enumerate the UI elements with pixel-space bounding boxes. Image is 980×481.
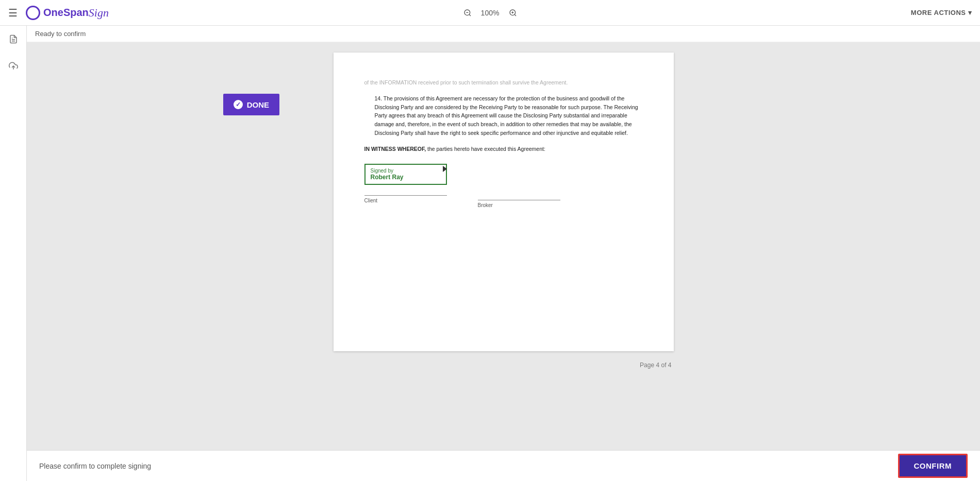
sidebar-upload-icon[interactable]	[5, 58, 22, 74]
done-button-label: DONE	[247, 100, 269, 109]
broker-signature-underline	[478, 200, 560, 200]
signature-area: Signed by Robert Ray Client Broker	[364, 164, 643, 208]
paragraph-14: 14. The provisions of this Agreement are…	[375, 94, 643, 138]
witness-heading: IN WITNESS WHEREOF, the parties hereto h…	[364, 145, 643, 153]
client-label: Client	[364, 198, 447, 203]
document-page: of the INFORMATION received prior to suc…	[334, 53, 674, 351]
cursor-icon	[443, 166, 447, 172]
left-sidebar	[0, 26, 27, 481]
page-number: Page 4 of 4	[334, 362, 674, 369]
zoom-in-button[interactable]	[505, 5, 521, 21]
svg-line-1	[469, 14, 471, 16]
logo: OneSpanSign	[26, 6, 109, 20]
broker-signature-box: Broker	[478, 164, 560, 208]
done-check-icon	[234, 100, 243, 109]
document-scroll-area[interactable]: DONE of the INFORMATION received prior t…	[27, 42, 980, 450]
svg-line-4	[514, 14, 516, 16]
menu-icon[interactable]: ☰	[8, 7, 18, 19]
chevron-down-icon: ▾	[968, 9, 972, 16]
client-signature-box: Signed by Robert Ray Client	[364, 164, 447, 208]
confirm-button[interactable]: CONFIRM	[898, 454, 968, 478]
content-area: Ready to confirm DONE of the INFORMATION…	[27, 26, 980, 481]
done-panel: DONE	[27, 42, 279, 450]
zoom-controls: 100%	[459, 5, 521, 21]
logo-sign-text: Sign	[89, 6, 109, 20]
logo-onespan-text: OneSpan	[43, 7, 89, 19]
more-actions-button[interactable]: MORE ACTIONS ▾	[911, 9, 972, 16]
faded-text: of the INFORMATION received prior to suc…	[364, 78, 643, 87]
bottom-bar: Please confirm to complete signing CONFI…	[27, 450, 980, 481]
done-button[interactable]: DONE	[223, 94, 279, 115]
more-actions-label: MORE ACTIONS	[911, 9, 966, 16]
header: ☰ OneSpanSign 100% MORE ACTIONS ▾	[0, 0, 980, 26]
logo-circle-icon	[26, 6, 40, 20]
sidebar-document-icon[interactable]	[5, 31, 22, 47]
zoom-out-button[interactable]	[459, 5, 476, 21]
status-bar: Ready to confirm	[27, 26, 980, 42]
client-signature-underline	[364, 195, 447, 196]
status-text: Ready to confirm	[35, 30, 86, 38]
witness-heading-bold: IN WITNESS WHEREOF,	[364, 146, 426, 152]
signer-name: Robert Ray	[371, 174, 441, 181]
zoom-value-display: 100%	[480, 9, 501, 17]
witness-heading-rest: the parties hereto have executed this Ag…	[426, 146, 545, 152]
bottom-message: Please confirm to complete signing	[39, 462, 888, 470]
signature-field[interactable]: Signed by Robert Ray	[364, 164, 447, 185]
broker-sig-spacer	[478, 164, 560, 190]
main-layout: Ready to confirm DONE of the INFORMATION…	[0, 26, 980, 481]
signed-by-label: Signed by	[371, 168, 441, 174]
broker-label: Broker	[478, 202, 560, 208]
